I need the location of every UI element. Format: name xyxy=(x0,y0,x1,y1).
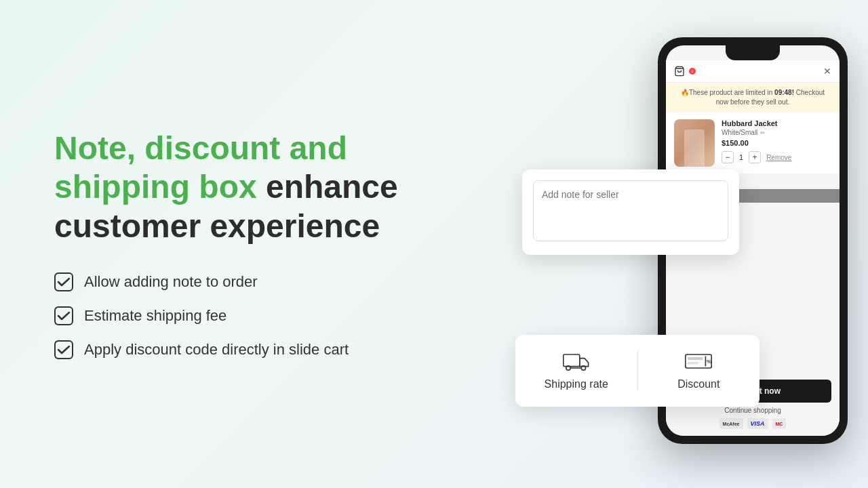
note-textarea[interactable] xyxy=(533,180,728,241)
cart-icon-area: 1 xyxy=(674,66,696,77)
right-section: 1 ✕ 🔥These product are limited in 09:48!… xyxy=(488,0,868,488)
cart-icon xyxy=(674,66,685,77)
check-icon-3 xyxy=(54,340,73,359)
quantity-value: 1 xyxy=(739,153,743,161)
mastercard-icon: MC xyxy=(772,418,787,429)
svg-rect-11 xyxy=(688,357,703,360)
product-image xyxy=(674,119,715,167)
product-name: Hubbard Jacket xyxy=(722,119,831,127)
urgency-text: 🔥These product are limited in xyxy=(681,89,774,96)
quantity-increase-button[interactable]: + xyxy=(749,151,761,163)
feature-item-2: Estimate shipping fee xyxy=(54,306,420,325)
left-section: Note, discount and shipping box enhancec… xyxy=(0,88,461,401)
discount-item[interactable]: % Discount xyxy=(638,335,760,407)
heading-green-2: shipping box xyxy=(54,169,257,205)
feature-item-1: Allow adding note to order xyxy=(54,272,420,291)
urgency-banner: 🔥These product are limited in 09:48! Che… xyxy=(666,83,840,113)
feature-item-3: Apply discount code directly in slide ca… xyxy=(54,340,420,359)
check-icon-1 xyxy=(54,272,73,291)
phone-notch xyxy=(726,45,780,60)
mcafee-icon: McAfee xyxy=(719,418,743,429)
product-row: Hubbard Jacket White/Small ✏ $150.00 − 1… xyxy=(666,113,840,174)
urgency-time: 09:48! xyxy=(774,89,794,96)
cart-header: 1 ✕ xyxy=(666,60,840,83)
quantity-row: − 1 + Remove xyxy=(722,151,831,163)
feature-list: Allow adding note to order Estimate ship… xyxy=(54,272,420,359)
visa-icon: VISA xyxy=(747,418,768,429)
heading-green-1: Note, discount and xyxy=(54,130,347,166)
product-price: $150.00 xyxy=(722,139,831,147)
check-icon-2 xyxy=(54,306,73,325)
discount-label: Discount xyxy=(677,378,719,390)
quantity-decrease-button[interactable]: − xyxy=(722,151,734,163)
payment-icons: McAfee VISA MC xyxy=(674,418,831,429)
feature-text-1: Allow adding note to order xyxy=(84,273,258,291)
cart-close-button[interactable]: ✕ xyxy=(823,66,831,77)
cart-badge: 1 xyxy=(689,68,696,75)
main-heading: Note, discount and shipping box enhancec… xyxy=(54,129,420,246)
discount-icon: % xyxy=(685,351,712,371)
edit-icon[interactable]: ✏ xyxy=(760,129,766,136)
remove-button[interactable]: Remove xyxy=(766,154,791,161)
shipping-discount-card: Shipping rate % Discount xyxy=(515,335,760,407)
feature-text-3: Apply discount code directly in slide ca… xyxy=(84,341,349,359)
shipping-rate-label: Shipping rate xyxy=(545,378,608,390)
svg-rect-4 xyxy=(564,354,580,367)
continue-shopping-link[interactable]: Continue shopping xyxy=(674,407,831,414)
feature-text-2: Estimate shipping fee xyxy=(84,307,226,325)
product-info: Hubbard Jacket White/Small ✏ $150.00 − 1… xyxy=(722,119,831,163)
shipping-rate-item[interactable]: Shipping rate xyxy=(515,335,637,407)
svg-text:%: % xyxy=(707,359,711,365)
truck-icon xyxy=(563,351,590,371)
product-variant: White/Small ✏ xyxy=(722,129,831,136)
note-card xyxy=(522,169,739,255)
svg-rect-12 xyxy=(688,362,698,364)
